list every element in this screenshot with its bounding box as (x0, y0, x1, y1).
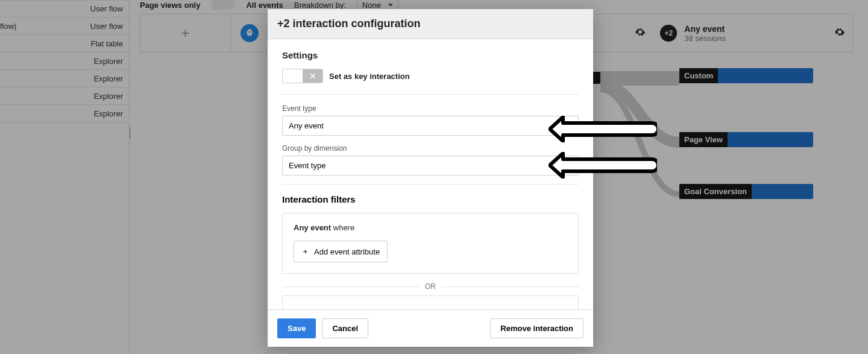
add-event-attribute-label: Add event attribute (314, 247, 380, 256)
filters-box-secondary[interactable] (282, 296, 579, 309)
event-type-label: Event type (282, 104, 579, 113)
modal-footer: Save Cancel Remove interaction (268, 309, 593, 347)
modal-body: Settings ✕ Set as key interaction Event … (268, 39, 593, 309)
group-by-label: Group by dimension (282, 144, 579, 153)
or-label: OR (425, 282, 436, 291)
annotation-arrow-group-by (549, 152, 657, 179)
key-interaction-row: ✕ Set as key interaction (282, 69, 579, 83)
or-divider: OR (282, 282, 579, 291)
toggle-off-half: ✕ (303, 69, 322, 83)
modal-title: +2 interaction configuration (268, 9, 593, 39)
remove-interaction-button[interactable]: Remove interaction (490, 318, 583, 338)
plus-icon: ＋ (301, 246, 309, 257)
event-type-select[interactable]: Any event (282, 116, 579, 136)
close-icon: ✕ (309, 71, 316, 81)
save-button[interactable]: Save (277, 318, 316, 338)
interaction-config-modal: +2 interaction configuration Settings ✕ … (268, 9, 593, 347)
filters-caption-where: where (333, 223, 354, 232)
save-button-label: Save (288, 324, 306, 333)
toggle-on-half (283, 69, 303, 83)
group-by-value: Event type (289, 161, 326, 170)
annotation-arrow-event-type (549, 116, 657, 142)
divider (282, 184, 579, 185)
group-by-select[interactable]: Event type (282, 156, 579, 175)
filters-caption: Any event where (294, 223, 567, 232)
event-type-value: Any event (289, 121, 324, 130)
remove-interaction-label: Remove interaction (500, 324, 573, 333)
divider (282, 94, 579, 95)
filters-box: Any event where ＋ Add event attribute (282, 213, 579, 274)
key-interaction-label: Set as key interaction (329, 72, 410, 81)
settings-heading: Settings (282, 50, 579, 60)
key-interaction-toggle[interactable]: ✕ (282, 69, 323, 83)
cancel-button[interactable]: Cancel (322, 318, 368, 338)
cancel-button-label: Cancel (332, 324, 358, 333)
filters-caption-event: Any event (294, 223, 331, 232)
add-event-attribute-button[interactable]: ＋ Add event attribute (294, 241, 388, 262)
interaction-filters-heading: Interaction filters (282, 194, 579, 204)
